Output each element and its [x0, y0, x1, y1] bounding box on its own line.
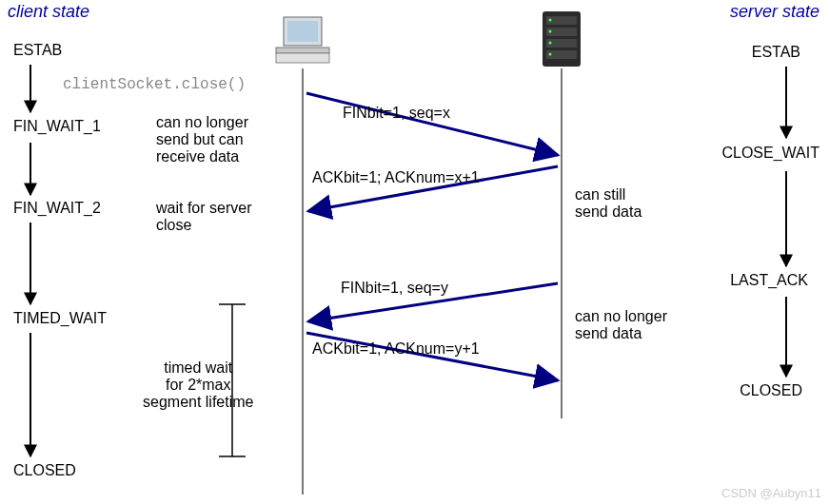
- svg-rect-2: [276, 48, 329, 53]
- note-timed-wait: timed wait for 2*max segment lifetime: [143, 359, 254, 411]
- msg-ack-y1: ACKbit=1; ACKnum=y+1: [312, 340, 480, 358]
- svg-point-12: [549, 53, 552, 56]
- client-state-title: client state: [8, 2, 89, 22]
- note-no-longer-send: can no longer send but can receive data: [156, 114, 248, 165]
- msg-fin-y: FINbit=1, seq=y: [341, 280, 448, 297]
- client-state-estab: ESTAB: [13, 42, 62, 59]
- client-state-timedwait: TIMED_WAIT: [13, 310, 107, 327]
- server-state-closed: CLOSED: [740, 382, 802, 399]
- client-state-finwait2: FIN_WAIT_2: [13, 200, 101, 217]
- msg-fin-x: FINbit=1, seq=x: [343, 105, 450, 122]
- msg-ack-x1: ACKbit=1; ACKnum=x+1: [312, 169, 480, 186]
- svg-point-10: [549, 30, 552, 33]
- note-wait-server-close: wait for server close: [156, 200, 251, 234]
- server-state-title: server state: [730, 2, 819, 22]
- note-no-longer-send-server: can no longer send data: [575, 308, 667, 342]
- client-state-finwait1: FIN_WAIT_1: [13, 118, 101, 135]
- svg-point-11: [549, 42, 552, 45]
- note-can-still-send: can still send data: [575, 186, 641, 221]
- server-tower-icon: [543, 11, 581, 67]
- client-computer-icon: [276, 17, 329, 63]
- svg-rect-3: [276, 53, 329, 63]
- server-state-closewait: CLOSE_WAIT: [721, 145, 819, 162]
- server-state-estab: ESTAB: [752, 44, 800, 61]
- watermark: CSDN @Aubyn11: [721, 486, 821, 500]
- client-state-closed: CLOSED: [13, 462, 76, 479]
- server-state-lastack: LAST_ACK: [730, 272, 808, 289]
- svg-rect-1: [287, 21, 318, 42]
- svg-point-9: [549, 19, 552, 22]
- fin-seq-x-arrow: [306, 93, 558, 155]
- client-socket-close-code: clientSocket.close(): [63, 76, 246, 93]
